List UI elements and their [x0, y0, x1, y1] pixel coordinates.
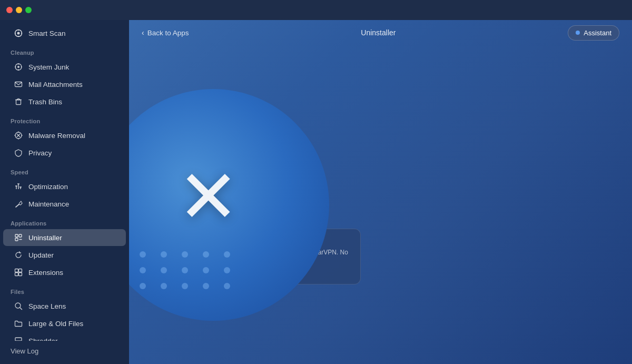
svg-rect-33 [19, 234, 22, 237]
dot [161, 283, 167, 289]
maintenance-icon [14, 199, 23, 209]
sidebar-item-extensions[interactable]: Extensions [3, 264, 126, 281]
space-lens-icon [14, 301, 23, 311]
sidebar-item-trash-bins[interactable]: Trash Bins [3, 93, 126, 110]
svg-point-9 [18, 70, 19, 71]
sidebar-item-privacy[interactable]: Privacy [3, 144, 126, 161]
sidebar-item-shredder[interactable]: Shredder [3, 332, 126, 341]
assistant-label: Assistant [584, 29, 611, 37]
sidebar-item-space-lens[interactable]: Space Lens [3, 298, 126, 314]
malware-icon [14, 131, 23, 140]
dot [140, 283, 146, 289]
back-chevron-icon: ‹ [142, 28, 144, 37]
system-junk-label: System Junk [28, 63, 69, 71]
trash-bins-label: Trash Bins [28, 98, 62, 106]
mail-icon [14, 80, 23, 89]
sidebar-item-malware-removal[interactable]: Malware Removal [3, 127, 126, 144]
dot [224, 251, 230, 258]
applications-section-label: Applications [0, 213, 129, 229]
files-section-label: Files [0, 281, 129, 297]
optimization-label: Optimization [28, 183, 68, 191]
dot [203, 251, 209, 258]
svg-rect-39 [19, 273, 22, 276]
minimize-button[interactable] [16, 7, 22, 13]
optimization-icon [14, 182, 23, 191]
titlebar [0, 0, 632, 20]
sidebar-footer: View Log [0, 341, 129, 364]
speed-section-label: Speed [0, 162, 129, 178]
svg-point-1 [17, 32, 20, 35]
svg-point-10 [15, 66, 16, 67]
assistant-dot-icon [576, 31, 580, 35]
sidebar-content: Smart Scan Cleanup System Junk [0, 20, 129, 341]
dot [224, 283, 230, 289]
updater-icon [14, 250, 23, 260]
dots-decoration [129, 251, 235, 289]
space-lens-label: Space Lens [28, 302, 66, 310]
svg-rect-38 [15, 273, 18, 276]
sidebar-item-system-junk[interactable]: System Junk [3, 58, 126, 75]
maintenance-label: Maintenance [28, 200, 69, 208]
svg-line-31 [16, 204, 19, 207]
assistant-button[interactable]: Assistant [568, 25, 619, 41]
smart-scan-icon [14, 28, 23, 38]
svg-line-41 [20, 308, 22, 310]
sidebar-item-uninstaller[interactable]: Uninstaller [3, 229, 126, 246]
dot [161, 267, 167, 273]
svg-rect-36 [15, 269, 18, 272]
svg-rect-37 [19, 269, 22, 272]
dot [203, 283, 209, 289]
large-old-files-label: Large & Old Files [28, 320, 83, 328]
close-button[interactable] [6, 7, 13, 13]
dot [161, 251, 167, 258]
shredder-icon [14, 336, 23, 341]
extensions-icon [14, 268, 23, 277]
uninstaller-icon [14, 233, 23, 242]
sidebar-item-maintenance[interactable]: Maintenance [3, 195, 126, 212]
sidebar-item-mail-attachments[interactable]: Mail Attachments [3, 76, 126, 93]
svg-rect-13 [16, 100, 21, 105]
dot [140, 267, 146, 273]
updater-label: Updater [28, 251, 54, 259]
shredder-label: Shredder [28, 337, 58, 341]
dot [182, 267, 188, 273]
system-junk-icon [14, 62, 23, 72]
mail-attachments-label: Mail Attachments [28, 81, 83, 88]
dot [182, 283, 188, 289]
dot [224, 267, 230, 273]
svg-rect-32 [15, 234, 18, 237]
dot [140, 251, 146, 258]
svg-point-8 [18, 64, 19, 65]
trash-icon [14, 97, 23, 106]
svg-point-7 [17, 66, 19, 68]
cleanup-section-label: Cleanup [0, 42, 129, 58]
dot [182, 251, 188, 258]
topbar: ‹ Back to Apps Uninstaller Assistant [129, 20, 632, 45]
extensions-label: Extensions [28, 269, 63, 277]
back-to-apps-button[interactable]: ‹ Back to Apps [142, 28, 189, 37]
back-to-apps-label: Back to Apps [147, 29, 189, 37]
topbar-title: Uninstaller [361, 28, 396, 37]
svg-rect-34 [15, 238, 18, 241]
dot [203, 267, 209, 273]
maximize-button[interactable] [25, 7, 32, 13]
traffic-lights [6, 7, 32, 13]
view-log-button[interactable]: View Log [11, 347, 38, 355]
sidebar-item-updater[interactable]: Updater [3, 247, 126, 263]
app-logo-x: ✕ [177, 154, 239, 240]
protection-section-label: Protection [0, 111, 129, 126]
privacy-icon [14, 148, 23, 158]
folder-icon [14, 319, 23, 328]
sidebar-item-optimization[interactable]: Optimization [3, 178, 126, 195]
malware-removal-label: Malware Removal [28, 132, 85, 140]
sidebar-item-large-old-files[interactable]: Large & Old Files [3, 315, 126, 332]
svg-point-11 [21, 66, 22, 67]
sidebar-item-smart-scan[interactable]: Smart Scan [3, 25, 126, 42]
uninstaller-label: Uninstaller [28, 234, 62, 242]
sidebar: Smart Scan Cleanup System Junk [0, 0, 129, 364]
privacy-label: Privacy [28, 149, 52, 157]
smart-scan-label: Smart Scan [28, 29, 66, 37]
main-area: ‹ Back to Apps Uninstaller Assistant ✕ [129, 0, 632, 364]
main-content: ✕ [129, 45, 632, 364]
